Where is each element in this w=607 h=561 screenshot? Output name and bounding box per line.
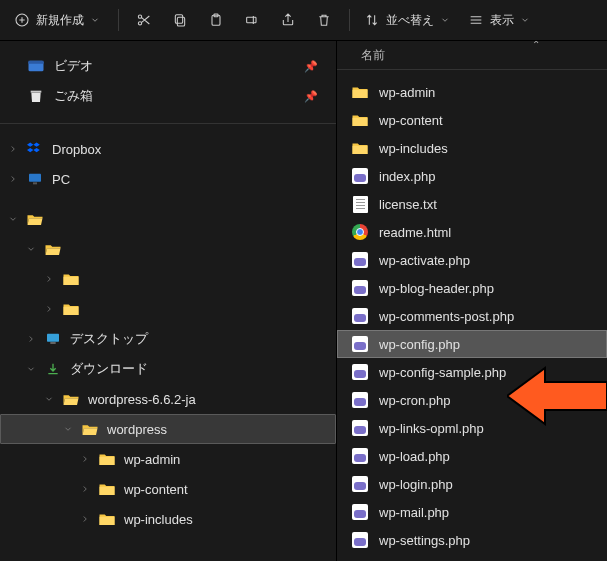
file-item-wp-admin[interactable]: wp-admin [337,78,607,106]
tree-wp-content[interactable]: wp-content [0,474,336,504]
chevron-right-icon[interactable] [6,142,20,156]
file-item-license-txt[interactable]: license.txt [337,190,607,218]
chevron-down-icon[interactable] [6,212,20,226]
quick-trash[interactable]: ごみ箱 📌 [0,81,336,111]
file-name: wp-load.php [379,449,450,464]
chrome-html-icon [351,223,369,241]
svg-rect-20 [353,90,368,98]
file-name: wp-content [379,113,443,128]
tree-pc[interactable]: PC [0,164,336,194]
file-item-wp-includes[interactable]: wp-includes [337,134,607,162]
tree-item-obscured[interactable] [0,234,336,264]
tree-dropbox[interactable]: Dropbox [0,134,336,164]
delete-button[interactable] [309,5,339,35]
view-button[interactable]: 表示 [464,5,538,35]
folder-icon [62,390,80,408]
tree-downloads[interactable]: ダウンロード [0,354,336,384]
file-item-wp-activate-php[interactable]: wp-activate.php [337,246,607,274]
svg-rect-10 [31,91,42,93]
tree-wp-includes[interactable]: wp-includes [0,504,336,534]
chevron-right-icon[interactable] [42,272,56,286]
file-name: wp-config-sample.php [379,365,506,380]
chevron-down-icon[interactable] [61,422,75,436]
php-file-icon [351,419,369,437]
file-name: wp-login.php [379,477,453,492]
sort-button[interactable]: 並べ替え [360,5,458,35]
tree-desktop[interactable]: デスクトップ [0,324,336,354]
quick-label: ビデオ [54,57,93,75]
file-item-wp-load-php[interactable]: wp-load.php [337,442,607,470]
file-item-wp-blog-header-php[interactable]: wp-blog-header.php [337,274,607,302]
file-name: wp-config.php [379,337,460,352]
file-item-wp-config-php[interactable]: wp-config.php [337,330,607,358]
chevron-down-icon[interactable] [24,362,38,376]
file-item-wp-login-php[interactable]: wp-login.php [337,470,607,498]
svg-rect-9 [29,61,44,64]
chevron-right-icon[interactable] [78,482,92,496]
chevron-right-icon[interactable] [78,452,92,466]
sort-label: 並べ替え [386,12,434,29]
folder-icon [98,510,116,528]
svg-rect-19 [100,517,115,525]
chevron-right-icon[interactable] [78,512,92,526]
svg-rect-16 [50,342,55,343]
php-file-icon [351,335,369,353]
desktop-icon [44,330,62,348]
folder-icon [351,83,369,101]
tree-item-obscured[interactable] [0,294,336,324]
file-name: index.php [379,169,435,184]
pc-icon [26,170,44,188]
file-item-index-php[interactable]: index.php [337,162,607,190]
copy-button[interactable] [165,5,195,35]
tree-wordpress[interactable]: wordpress [0,414,336,444]
file-item-wp-config-sample-php[interactable]: wp-config-sample.php [337,358,607,386]
file-name: wp-cron.php [379,393,451,408]
tree-wordpress-archive[interactable]: wordpress-6.6.2-ja [0,384,336,414]
chevron-right-icon[interactable] [42,302,56,316]
video-icon [26,56,46,76]
chevron-down-icon[interactable] [24,242,38,256]
paste-button[interactable] [201,5,231,35]
tree-item-obscured[interactable] [0,264,336,294]
file-name: wp-includes [379,141,448,156]
header-label: 名前 [361,47,385,64]
file-item-wp-links-opml-php[interactable]: wp-links-opml.php [337,414,607,442]
tree-wp-admin[interactable]: wp-admin [0,444,336,474]
rename-button[interactable] [237,5,267,35]
file-item-wp-settings-php[interactable]: wp-settings.php [337,526,607,554]
cut-button[interactable] [129,5,159,35]
trash-bin-icon [26,86,46,106]
clipboard-icon [208,12,224,28]
chevron-right-icon[interactable] [6,172,20,186]
chevron-down-icon[interactable] [42,392,56,406]
file-name: wp-admin [379,85,435,100]
nav-tree: ビデオ 📌 ごみ箱 📌 DropboxPCデスクトップダウンロードwordpre… [0,41,336,561]
chevron-right-icon[interactable] [24,332,38,346]
plus-icon [14,12,30,28]
sort-icon [364,12,380,28]
svg-rect-21 [353,118,368,126]
share-button[interactable] [273,5,303,35]
tree-label: デスクトップ [70,330,148,348]
quick-video[interactable]: ビデオ 📌 [0,51,336,81]
chevron-down-icon [520,15,530,25]
php-file-icon [351,447,369,465]
tree-label: wp-content [124,482,188,497]
folder-icon [351,111,369,129]
file-item-wp-mail-php[interactable]: wp-mail.php [337,498,607,526]
tree-item-obscured[interactable] [0,204,336,234]
new-label: 新規作成 [36,12,84,29]
chevron-down-icon [90,15,100,25]
file-name: license.txt [379,197,437,212]
file-item-readme-html[interactable]: readme.html [337,218,607,246]
folder-icon [98,450,116,468]
file-item-wp-cron-php[interactable]: wp-cron.php [337,386,607,414]
file-item-wp-comments-post-php[interactable]: wp-comments-post.php [337,302,607,330]
svg-rect-11 [29,174,41,182]
file-item-wp-content[interactable]: wp-content [337,106,607,134]
new-button[interactable]: 新規作成 [10,5,108,35]
tree-label: wp-admin [124,452,180,467]
text-file-icon [351,195,369,213]
tree-label: Dropbox [52,142,101,157]
column-header-name[interactable]: 名前 [337,41,607,70]
